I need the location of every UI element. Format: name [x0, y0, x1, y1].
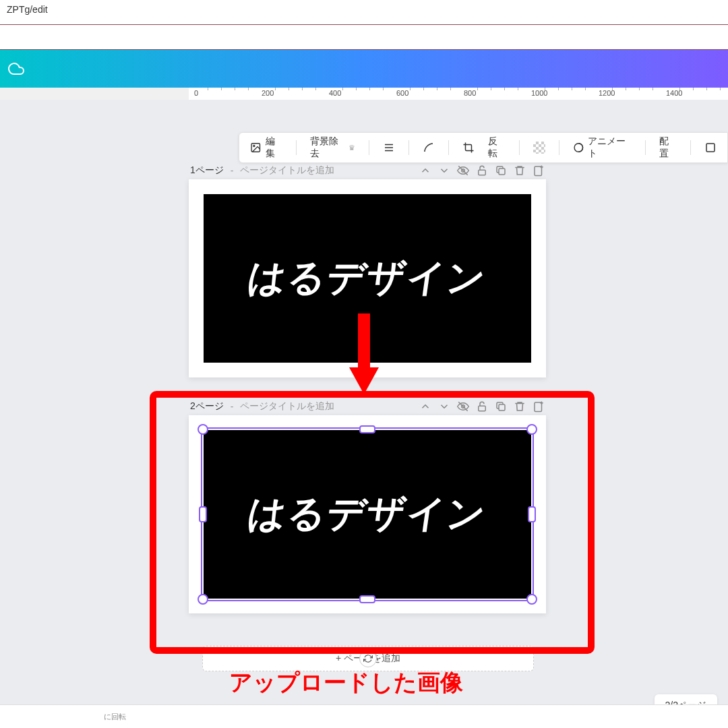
rotate-fragment: に回転 [101, 709, 129, 725]
page-number: 2ページ [190, 400, 224, 413]
app-header [0, 50, 728, 88]
svg-rect-3 [706, 144, 715, 152]
trash-icon[interactable] [514, 400, 526, 413]
add-title-link[interactable]: ページタイトルを追加 [240, 164, 334, 177]
corner-icon [423, 142, 435, 154]
page-2-canvas[interactable]: はるデザイン [189, 415, 546, 613]
more-button[interactable] [700, 139, 721, 156]
visibility-icon[interactable] [457, 400, 469, 413]
transparency-button[interactable] [529, 139, 549, 156]
page-2-header: 2ページ - ページタイトルを追加 [189, 398, 546, 415]
url-bar[interactable]: ZPTg/edit [0, 0, 728, 25]
checker-icon [533, 142, 545, 154]
add-page-icon[interactable] [533, 400, 545, 413]
crop-icon [462, 142, 475, 154]
svg-rect-7 [535, 166, 542, 176]
svg-rect-11 [535, 402, 542, 412]
edit-label: 編集 [266, 135, 283, 160]
svg-rect-10 [499, 404, 505, 411]
svg-rect-9 [479, 406, 486, 411]
dash: - [231, 165, 234, 176]
chevron-up-icon[interactable] [419, 164, 431, 177]
visibility-icon[interactable] [457, 164, 469, 177]
dash: - [231, 401, 234, 412]
cloud-sync-icon[interactable] [8, 61, 24, 77]
animate-button[interactable]: アニメート [569, 133, 636, 162]
arrow-down-annotation [344, 310, 384, 398]
info-icon [704, 142, 717, 154]
trash-icon[interactable] [514, 164, 526, 177]
svg-rect-6 [499, 169, 505, 175]
lines-icon [383, 142, 395, 154]
image-icon [250, 142, 262, 154]
page-number: 1ページ [190, 164, 224, 177]
refresh-icon[interactable] [359, 650, 377, 667]
bgremove-label: 背景除去 [310, 135, 344, 160]
lock-icon[interactable] [476, 164, 488, 177]
position-label: 配置 [659, 135, 677, 160]
line-style-button[interactable] [379, 139, 399, 156]
logo-text-2: はるデザイン [245, 489, 491, 540]
svg-rect-5 [479, 170, 486, 175]
add-page-icon[interactable] [533, 164, 545, 177]
animate-label: アニメート [588, 135, 632, 160]
lock-icon[interactable] [476, 400, 488, 413]
toolbar-spacer [0, 25, 728, 50]
page-2: 2ページ - ページタイトルを追加 はるデザイン [189, 398, 546, 613]
duplicate-icon[interactable] [495, 164, 507, 177]
animate-icon [573, 142, 584, 154]
crop-button[interactable] [458, 139, 479, 156]
position-button[interactable]: 配置 [655, 133, 681, 162]
chevron-up-icon[interactable] [419, 400, 431, 413]
chevron-down-icon[interactable] [438, 400, 450, 413]
bg-remove-button[interactable]: 背景除去 ♛ [306, 133, 359, 162]
caption-annotation: アップロードした画像 [229, 667, 463, 698]
duplicate-icon[interactable] [495, 400, 507, 413]
page-2-content[interactable]: はるデザイン [204, 430, 531, 599]
logo-text-1: はるデザイン [245, 253, 491, 304]
flip-button[interactable]: 反転 [484, 133, 510, 162]
context-toolbar: 編集 背景除去 ♛ 反転 アニメート 配置 [239, 132, 728, 163]
flip-label: 反転 [488, 135, 506, 160]
edit-image-button[interactable]: 編集 [246, 133, 286, 162]
crown-icon: ♛ [348, 144, 355, 152]
corner-button[interactable] [419, 139, 439, 156]
add-title-link[interactable]: ページタイトルを追加 [240, 400, 334, 413]
svg-point-1 [253, 146, 255, 147]
page-1-header: 1ページ - ページタイトルを追加 [189, 162, 546, 179]
bottom-strip: に回転 [0, 704, 728, 728]
chevron-down-icon[interactable] [438, 164, 450, 177]
